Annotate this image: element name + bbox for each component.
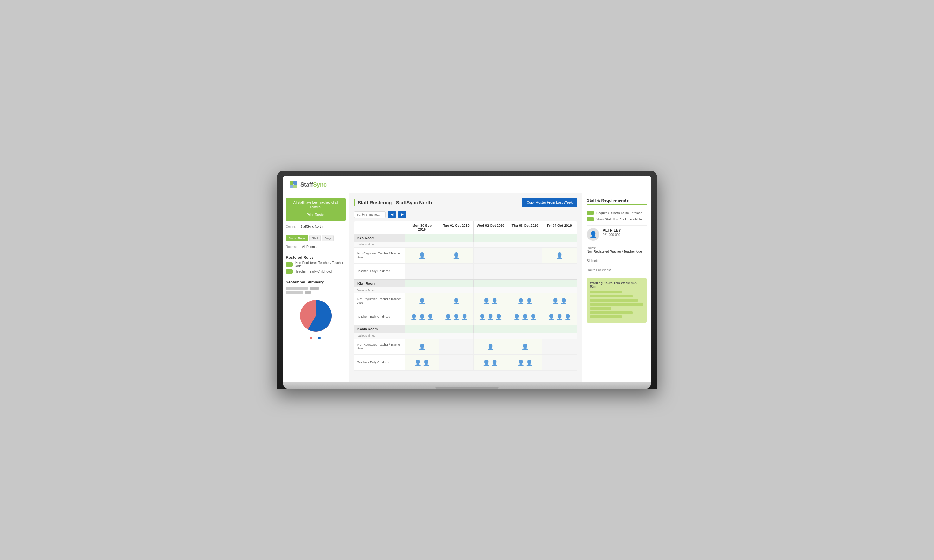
pie-chart — [286, 297, 346, 335]
kea-r2-d5[interactable] — [542, 263, 577, 279]
centre-field: Centre: StaffSync North — [286, 225, 346, 231]
kea-role-row-1: Non-Registered Teacher / Teacher Aide 👤 … — [354, 248, 577, 263]
kea-role-1-label: Non-Registered Teacher / Teacher Aide — [354, 248, 405, 263]
svg-rect-1 — [293, 181, 297, 185]
koala-role-2-label: Teacher - Early Childhood — [354, 355, 405, 370]
kiwi-r1-d1[interactable]: 👤 — [405, 293, 439, 309]
summary-section: September Summary — [286, 277, 346, 339]
kiwi-r1-d2[interactable]: 👤 — [439, 293, 473, 309]
person-icon: 👤 — [419, 343, 426, 350]
tab-daily[interactable]: Daily — [322, 235, 334, 242]
pie-dot-red — [310, 337, 312, 339]
staff-profile: 👤 ALI RILEY 021 000 000 — [587, 225, 647, 241]
search-input[interactable] — [354, 211, 386, 218]
koala-r2-d5[interactable] — [542, 355, 577, 370]
notification-text: All staff have been notified of all rost… — [293, 201, 338, 209]
kea-r1-d3[interactable] — [474, 248, 508, 263]
role-label-1: Non-Registered Teacher / Teacher Aide — [295, 261, 346, 268]
staff-roles-label: Roles: — [587, 246, 647, 250]
kiwi-r2-d2[interactable]: 👤 👤 👤 — [439, 309, 473, 325]
person-icon: 👤 — [423, 359, 429, 366]
role-badge-2 — [286, 269, 293, 274]
working-hours-box: Working Hours This Week: 45h 00m — [587, 278, 647, 323]
kiwi-role-1-label: Non-Registered Teacher / Teacher Aide — [354, 293, 405, 309]
person-icon: 👤 — [526, 359, 532, 366]
svg-rect-0 — [289, 181, 293, 185]
kea-r2-d2[interactable] — [439, 263, 473, 279]
summary-bar-2b — [305, 291, 311, 294]
prev-week-button[interactable]: ◀ — [388, 211, 396, 218]
role-item-1: Non-Registered Teacher / Teacher Aide — [286, 261, 346, 268]
kea-r1-d1[interactable]: 👤 — [405, 248, 439, 263]
person-icon: 👤 — [453, 314, 460, 320]
logo-text: StaffSync — [300, 182, 327, 188]
kea-r2-d3[interactable] — [474, 263, 508, 279]
staff-info: ALI RILEY 021 000 000 — [603, 228, 647, 237]
koala-role-row-1: Non-Registered Teacher / Teacher Aide 👤 … — [354, 339, 577, 355]
koala-r2-d3[interactable]: 👤 👤 — [474, 355, 508, 370]
staff-hours-row: Hours Per Week: — [587, 268, 647, 272]
koala-r1-d2[interactable] — [439, 339, 473, 354]
kiwi-r1-d5[interactable]: 👤 👤 — [542, 293, 577, 309]
room-koala: Koala Room Various Times — [354, 325, 577, 371]
copy-roster-button[interactable]: Copy Roster From Last Week — [522, 198, 577, 207]
person-icon: 👤 — [564, 314, 571, 320]
person-icon: 👤 — [483, 298, 490, 305]
kea-r2-d4[interactable] — [508, 263, 542, 279]
role-label-2: Teacher - Early Childhood — [295, 270, 332, 273]
title-accent — [354, 198, 355, 206]
kiwi-role-2-label: Teacher - Early Childhood — [354, 309, 405, 325]
kiwi-r1-d4[interactable]: 👤 👤 — [508, 293, 542, 309]
hours-bar-1 — [590, 291, 622, 293]
kiwi-role-row-1: Non-Registered Teacher / Teacher Aide 👤 … — [354, 293, 577, 309]
legend-label-2: Show Staff That Are Unavailable — [596, 218, 642, 221]
koala-role-1-label: Non-Registered Teacher / Teacher Aide — [354, 339, 405, 354]
main-header: Staff Rostering - StaffSync North Copy R… — [354, 198, 577, 207]
panel-title: Staff & Requirements — [587, 198, 647, 205]
person-icon: 👤 — [552, 298, 559, 305]
kiwi-r2-d1[interactable]: 👤 👤 👤 — [405, 309, 439, 325]
room-koala-times: Various Times — [354, 333, 577, 339]
koala-r1-d5[interactable] — [542, 339, 577, 354]
koala-r1-d4[interactable]: 👤 — [508, 339, 542, 354]
hours-bar-3 — [590, 299, 638, 302]
room-kea-name: Kea Room — [354, 234, 405, 242]
next-week-button[interactable]: ▶ — [398, 211, 406, 218]
koala-r1-d3[interactable]: 👤 — [474, 339, 508, 354]
print-button[interactable]: Print Roster — [289, 211, 343, 218]
kiwi-r2-d5[interactable]: 👤 👤 👤 — [542, 309, 577, 325]
person-icon: 👤 — [556, 314, 563, 320]
person-icon: 👤 — [427, 314, 434, 320]
kea-r1-d2[interactable]: 👤 — [439, 248, 473, 263]
room-kiwi: Kiwi Room Various Times — [354, 280, 577, 325]
header-day-4: Thu 03 Oct 2019 — [508, 221, 542, 234]
koala-r1-d1[interactable]: 👤 — [405, 339, 439, 354]
summary-bars — [286, 287, 346, 294]
tab-shifts-roles[interactable]: Shifts / Roles — [286, 235, 308, 242]
kea-r2-d1[interactable] — [405, 263, 439, 279]
staff-phone: 021 000 000 — [603, 233, 647, 237]
person-icon: 👤 — [419, 298, 426, 305]
kiwi-r1-d3[interactable]: 👤 👤 — [474, 293, 508, 309]
room-kea: Kea Room Various Times — [354, 234, 577, 280]
koala-r2-d1[interactable]: 👤 👤 — [405, 355, 439, 370]
koala-r2-d4[interactable]: 👤 👤 — [508, 355, 542, 370]
person-icon: 👤 — [491, 359, 498, 366]
kea-r1-d4[interactable] — [508, 248, 542, 263]
person-icon: 👤 — [487, 314, 494, 320]
kea-r1-d5[interactable]: 👤 — [542, 248, 577, 263]
kiwi-r2-d4[interactable]: 👤 👤 👤 — [508, 309, 542, 325]
person-icon: 👤 — [513, 314, 520, 320]
kiwi-r2-d3[interactable]: 👤 👤 👤 — [474, 309, 508, 325]
page-title-area: Staff Rostering - StaffSync North — [354, 198, 432, 206]
tab-staff[interactable]: Staff — [309, 235, 321, 242]
notification-box: All staff have been notified of all rost… — [286, 198, 346, 221]
hours-bar-5 — [590, 307, 611, 310]
header-day-2: Tue 01 Oct 2019 — [439, 221, 473, 234]
rooms-field: Rooms: All Rooms — [286, 245, 346, 251]
working-hours-title: Working Hours This Week: 45h 00m — [590, 281, 643, 288]
logo-icon — [289, 180, 298, 189]
main-content: Staff Rostering - StaffSync North Copy R… — [349, 193, 582, 382]
koala-r2-d2[interactable] — [439, 355, 473, 370]
staff-skillset-row: Skillset: — [587, 259, 647, 263]
